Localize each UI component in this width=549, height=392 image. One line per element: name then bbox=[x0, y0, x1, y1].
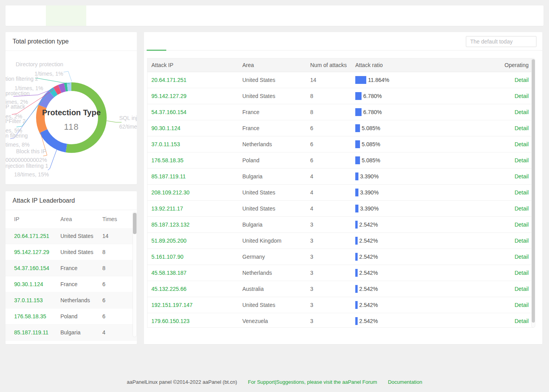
attack-ratio-cell: 2.542% bbox=[355, 237, 485, 245]
detail-link[interactable]: Detail bbox=[514, 270, 529, 276]
attack-ratio-cell: 2.542% bbox=[355, 269, 485, 277]
detail-link[interactable]: Detail bbox=[514, 254, 529, 260]
nav-tab[interactable] bbox=[5, 5, 46, 26]
chart-annotation: P attack bbox=[5, 104, 25, 109]
attack-ip-link[interactable]: 95.142.127.29 bbox=[151, 93, 242, 99]
ratio-bar bbox=[355, 301, 358, 309]
detail-link[interactable]: Detail bbox=[514, 109, 529, 115]
nav-tab[interactable] bbox=[207, 5, 248, 26]
ratio-value: 11.864% bbox=[368, 77, 389, 83]
attack-ip-link[interactable]: 95.142.127.29 bbox=[14, 249, 60, 255]
attack-ip-link[interactable]: 54.37.160.154 bbox=[151, 109, 242, 115]
report-table-row: 54.37.160.154 France 8 6.780% Detail bbox=[147, 104, 533, 120]
attack-ip-link[interactable]: 45.132.225.66 bbox=[151, 286, 242, 292]
attack-ip-link[interactable]: 20.64.171.251 bbox=[14, 233, 60, 239]
report-subtab[interactable] bbox=[186, 32, 205, 50]
ratio-value: 2.542% bbox=[359, 302, 378, 308]
attack-ip-link[interactable]: 37.0.11.153 bbox=[14, 297, 60, 303]
detail-link[interactable]: Detail bbox=[514, 286, 529, 292]
nav-tab[interactable] bbox=[248, 5, 288, 26]
ratio-value: 2.542% bbox=[359, 270, 378, 276]
area-cell: Germany bbox=[242, 254, 310, 260]
detail-link[interactable]: Detail bbox=[514, 205, 529, 212]
detail-link[interactable]: Detail bbox=[514, 93, 529, 99]
detail-link[interactable]: Detail bbox=[514, 189, 529, 196]
attack-ip-link[interactable]: 45.58.138.187 bbox=[151, 270, 242, 276]
attack-ip-link[interactable]: 90.30.1.124 bbox=[14, 281, 60, 287]
ratio-bar bbox=[355, 108, 362, 116]
report-table-row: 176.58.18.35 Poland 6 5.085% Detail bbox=[147, 152, 533, 169]
ratio-value: 3.390% bbox=[360, 205, 378, 212]
detail-link[interactable]: Detail bbox=[514, 302, 529, 308]
ratio-value: 3.390% bbox=[360, 189, 378, 196]
report-table-scrollbar[interactable] bbox=[531, 58, 535, 328]
leaderboard-row: 90.30.1.124 France 6 bbox=[5, 276, 137, 292]
num-attacks-cell: 3 bbox=[310, 318, 355, 324]
attack-ip-link[interactable]: 37.0.11.153 bbox=[151, 141, 242, 147]
attack-ip-link[interactable]: 51.89.205.200 bbox=[151, 238, 242, 244]
detail-link[interactable]: Detail bbox=[514, 141, 529, 147]
ratio-bar bbox=[355, 156, 360, 164]
attack-ip-link[interactable]: 179.60.150.123 bbox=[151, 318, 242, 324]
leaderboard-row: 176.58.18.35 Poland 6 bbox=[5, 309, 137, 325]
nav-tab[interactable] bbox=[86, 5, 127, 26]
times-cell: 14 bbox=[102, 233, 137, 239]
forum-link[interactable]: For Support|Suggestions, please visit th… bbox=[248, 379, 377, 385]
num-attacks-cell: 6 bbox=[310, 125, 355, 131]
scrollbar-thumb[interactable] bbox=[133, 213, 136, 234]
attack-ip-link[interactable]: 5.161.107.90 bbox=[151, 254, 242, 260]
attack-ip-link[interactable]: 85.187.119.11 bbox=[151, 173, 242, 180]
ratio-bar bbox=[355, 221, 358, 229]
area-cell: United States bbox=[242, 205, 310, 212]
num-attacks-cell: 3 bbox=[310, 254, 355, 260]
detail-link[interactable]: Detail bbox=[514, 77, 529, 83]
detail-link[interactable]: Detail bbox=[514, 125, 529, 131]
attack-ip-link[interactable]: 176.58.18.35 bbox=[151, 157, 242, 163]
leaderboard-row: 85.187.119.11 Bulgaria 4 bbox=[5, 325, 137, 341]
nav-tab[interactable] bbox=[167, 5, 207, 26]
attack-ratio-cell: 5.085% bbox=[355, 156, 485, 164]
times-cell: 6 bbox=[102, 313, 137, 319]
ratio-value: 2.542% bbox=[359, 254, 378, 260]
num-attacks-cell: 4 bbox=[310, 173, 355, 180]
attack-ip-link[interactable]: 85.187.123.132 bbox=[151, 221, 242, 228]
attack-ratio-cell: 2.542% bbox=[355, 317, 485, 325]
nav-tab[interactable] bbox=[46, 5, 86, 26]
attack-ip-leaderboard-card: Attack IP Leaderboard IP Area Times 20.6… bbox=[5, 191, 137, 344]
report-subtab[interactable] bbox=[147, 32, 166, 50]
attack-ip-link[interactable]: 54.37.160.154 bbox=[14, 265, 60, 271]
attack-ip-link[interactable]: 208.109.212.30 bbox=[151, 189, 242, 196]
documentation-link[interactable]: Documentation bbox=[388, 379, 422, 385]
detail-link[interactable]: Detail bbox=[514, 221, 529, 228]
num-attacks-cell: 6 bbox=[310, 157, 355, 163]
detail-link[interactable]: Detail bbox=[514, 173, 529, 180]
report-table-row: 5.161.107.90 Germany 3 2.542% Detail bbox=[147, 249, 533, 265]
ratio-bar bbox=[355, 172, 358, 180]
attack-ip-link[interactable]: 90.30.1.124 bbox=[151, 125, 242, 131]
report-table-row: 192.151.197.147 United States 3 2.542% D… bbox=[147, 297, 533, 313]
leaderboard-scrollbar[interactable] bbox=[133, 212, 137, 337]
scrollbar-thumb[interactable] bbox=[532, 59, 535, 323]
area-cell: Venezuela bbox=[242, 318, 310, 324]
date-filter-input[interactable] bbox=[466, 36, 536, 47]
area-cell: Australia bbox=[242, 286, 310, 292]
attack-ip-link[interactable]: 176.58.18.35 bbox=[14, 313, 60, 319]
report-subtab[interactable] bbox=[166, 32, 186, 50]
attack-ratio-cell: 2.542% bbox=[355, 221, 485, 229]
report-table-row: 90.30.1.124 France 6 5.085% Detail bbox=[147, 120, 533, 136]
col-area: Area bbox=[60, 216, 102, 222]
nav-tab[interactable] bbox=[127, 5, 167, 26]
ratio-bar bbox=[355, 124, 360, 132]
attack-ip-link[interactable]: 192.151.197.147 bbox=[151, 302, 242, 308]
detail-link[interactable]: Detail bbox=[514, 157, 529, 163]
chart-annotation: 1/times, 1% bbox=[35, 71, 63, 76]
num-attacks-cell: 3 bbox=[310, 238, 355, 244]
area-cell: United States bbox=[60, 249, 102, 255]
attack-ip-link[interactable]: 13.92.211.17 bbox=[151, 205, 242, 212]
detail-link[interactable]: Detail bbox=[514, 318, 529, 324]
report-table-row: 95.142.127.29 United States 8 6.780% Det… bbox=[147, 88, 533, 104]
detail-link[interactable]: Detail bbox=[514, 238, 529, 244]
ratio-value: 5.085% bbox=[362, 157, 380, 163]
attack-ip-link[interactable]: 85.187.119.11 bbox=[14, 329, 60, 336]
attack-ip-link[interactable]: 20.64.171.251 bbox=[151, 77, 242, 83]
